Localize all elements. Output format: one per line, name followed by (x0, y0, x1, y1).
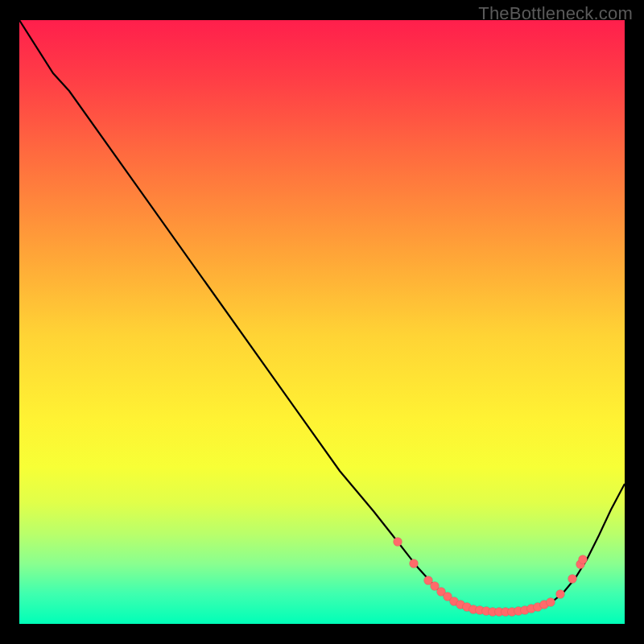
chart-data-point (410, 559, 419, 568)
chart-data-point (556, 590, 565, 599)
chart-data-point (394, 538, 402, 547)
chart-data-point (579, 555, 588, 564)
chart-data-point (568, 575, 577, 584)
chart-dots-group (394, 538, 588, 617)
chart-svg (19, 20, 625, 624)
chart-curve (19, 20, 625, 613)
chart-plot-area (19, 20, 625, 624)
chart-data-point (547, 598, 555, 607)
